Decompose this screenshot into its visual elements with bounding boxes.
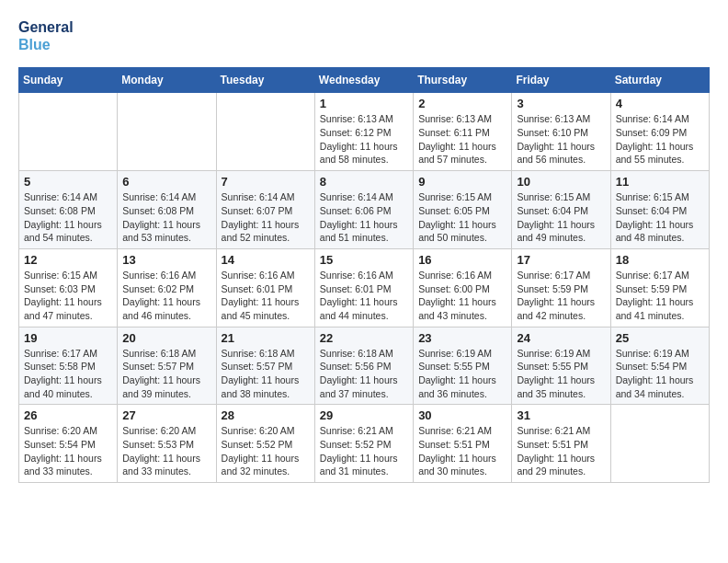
day-info: Sunrise: 6:21 AM Sunset: 5:52 PM Dayligh… — [320, 424, 408, 478]
calendar-cell: 1Sunrise: 6:13 AM Sunset: 6:12 PM Daylig… — [314, 93, 413, 171]
day-info: Sunrise: 6:18 AM Sunset: 5:57 PM Dayligh… — [222, 347, 310, 401]
day-info: Sunrise: 6:14 AM Sunset: 6:08 PM Dayligh… — [24, 190, 112, 245]
day-info: Sunrise: 6:18 AM Sunset: 5:57 PM Dayligh… — [122, 347, 210, 401]
day-number: 22 — [320, 331, 408, 345]
calendar-cell: 16Sunrise: 6:16 AM Sunset: 6:00 PM Dayli… — [414, 248, 512, 327]
weekday-header-friday: Friday — [512, 68, 610, 93]
day-info: Sunrise: 6:17 AM Sunset: 5:59 PM Dayligh… — [517, 269, 605, 323]
day-number: 18 — [616, 253, 704, 267]
calendar-cell: 31Sunrise: 6:21 AM Sunset: 5:51 PM Dayli… — [512, 405, 610, 483]
day-number: 30 — [418, 408, 506, 422]
day-info: Sunrise: 6:13 AM Sunset: 6:11 PM Dayligh… — [418, 112, 506, 167]
day-number: 27 — [122, 408, 210, 422]
day-info: Sunrise: 6:15 AM Sunset: 6:03 PM Dayligh… — [24, 269, 112, 323]
calendar-cell: 23Sunrise: 6:19 AM Sunset: 5:55 PM Dayli… — [414, 327, 512, 405]
day-info: Sunrise: 6:16 AM Sunset: 6:00 PM Dayligh… — [418, 269, 506, 323]
calendar-cell: 14Sunrise: 6:16 AM Sunset: 6:01 PM Dayli… — [216, 248, 314, 327]
logo-blue: Blue — [18, 36, 74, 53]
day-info: Sunrise: 6:17 AM Sunset: 5:58 PM Dayligh… — [24, 347, 112, 401]
day-number: 29 — [320, 408, 408, 422]
day-number: 20 — [122, 331, 210, 345]
day-number: 12 — [24, 253, 112, 267]
day-number: 9 — [418, 175, 506, 189]
calendar-cell: 10Sunrise: 6:15 AM Sunset: 6:04 PM Dayli… — [512, 171, 610, 249]
calendar-cell: 22Sunrise: 6:18 AM Sunset: 5:56 PM Dayli… — [314, 327, 413, 405]
day-info: Sunrise: 6:20 AM Sunset: 5:54 PM Dayligh… — [24, 424, 112, 478]
day-number: 31 — [517, 408, 605, 422]
day-number: 28 — [222, 408, 310, 422]
day-info: Sunrise: 6:16 AM Sunset: 6:01 PM Dayligh… — [222, 269, 310, 323]
day-number: 25 — [616, 331, 704, 345]
day-number: 6 — [122, 175, 210, 189]
calendar-cell: 5Sunrise: 6:14 AM Sunset: 6:08 PM Daylig… — [19, 171, 118, 249]
day-number: 16 — [418, 253, 506, 267]
day-info: Sunrise: 6:13 AM Sunset: 6:12 PM Dayligh… — [320, 112, 408, 167]
calendar-cell: 3Sunrise: 6:13 AM Sunset: 6:10 PM Daylig… — [512, 93, 610, 171]
day-number: 11 — [616, 175, 704, 189]
day-info: Sunrise: 6:15 AM Sunset: 6:04 PM Dayligh… — [616, 190, 704, 245]
calendar-cell: 18Sunrise: 6:17 AM Sunset: 5:59 PM Dayli… — [610, 248, 709, 327]
day-info: Sunrise: 6:14 AM Sunset: 6:08 PM Dayligh… — [122, 190, 210, 245]
calendar-cell — [118, 93, 216, 171]
calendar-week-row: 5Sunrise: 6:14 AM Sunset: 6:08 PM Daylig… — [19, 171, 710, 249]
weekday-header-saturday: Saturday — [610, 68, 709, 93]
calendar-cell: 13Sunrise: 6:16 AM Sunset: 6:02 PM Dayli… — [118, 248, 216, 327]
calendar-cell: 7Sunrise: 6:14 AM Sunset: 6:07 PM Daylig… — [216, 171, 314, 249]
day-info: Sunrise: 6:13 AM Sunset: 6:10 PM Dayligh… — [517, 112, 605, 167]
day-info: Sunrise: 6:14 AM Sunset: 6:07 PM Dayligh… — [222, 190, 310, 245]
calendar-cell: 27Sunrise: 6:20 AM Sunset: 5:53 PM Dayli… — [118, 405, 216, 483]
weekday-header-thursday: Thursday — [414, 68, 512, 93]
calendar-cell: 29Sunrise: 6:21 AM Sunset: 5:52 PM Dayli… — [314, 405, 413, 483]
calendar-week-row: 26Sunrise: 6:20 AM Sunset: 5:54 PM Dayli… — [19, 405, 710, 483]
calendar-cell: 9Sunrise: 6:15 AM Sunset: 6:05 PM Daylig… — [414, 171, 512, 249]
day-number: 3 — [517, 97, 605, 110]
day-number: 23 — [418, 331, 506, 345]
day-info: Sunrise: 6:19 AM Sunset: 5:54 PM Dayligh… — [616, 347, 704, 401]
calendar-week-row: 19Sunrise: 6:17 AM Sunset: 5:58 PM Dayli… — [19, 327, 710, 405]
calendar-cell: 19Sunrise: 6:17 AM Sunset: 5:58 PM Dayli… — [19, 327, 118, 405]
day-info: Sunrise: 6:16 AM Sunset: 6:02 PM Dayligh… — [122, 269, 210, 323]
calendar-table: SundayMondayTuesdayWednesdayThursdayFrid… — [18, 67, 710, 483]
calendar-cell: 17Sunrise: 6:17 AM Sunset: 5:59 PM Dayli… — [512, 248, 610, 327]
calendar-cell — [216, 93, 314, 171]
day-number: 2 — [418, 97, 506, 110]
day-number: 7 — [222, 175, 310, 189]
day-number: 21 — [222, 331, 310, 345]
calendar-cell: 24Sunrise: 6:19 AM Sunset: 5:55 PM Dayli… — [512, 327, 610, 405]
logo-general: General — [18, 18, 74, 36]
day-info: Sunrise: 6:18 AM Sunset: 5:56 PM Dayligh… — [320, 347, 408, 401]
calendar-cell: 25Sunrise: 6:19 AM Sunset: 5:54 PM Dayli… — [610, 327, 709, 405]
day-info: Sunrise: 6:21 AM Sunset: 5:51 PM Dayligh… — [418, 424, 506, 478]
calendar-cell: 21Sunrise: 6:18 AM Sunset: 5:57 PM Dayli… — [216, 327, 314, 405]
day-number: 8 — [320, 175, 408, 189]
day-info: Sunrise: 6:15 AM Sunset: 6:04 PM Dayligh… — [517, 190, 605, 245]
day-number: 13 — [122, 253, 210, 267]
day-number: 24 — [517, 331, 605, 345]
day-number: 5 — [24, 175, 112, 189]
calendar-cell: 26Sunrise: 6:20 AM Sunset: 5:54 PM Dayli… — [19, 405, 118, 483]
day-info: Sunrise: 6:14 AM Sunset: 6:06 PM Dayligh… — [320, 190, 408, 245]
day-info: Sunrise: 6:20 AM Sunset: 5:52 PM Dayligh… — [222, 424, 310, 478]
weekday-header-tuesday: Tuesday — [216, 68, 314, 93]
day-number: 4 — [616, 97, 704, 110]
page-header: General Blue General Blue — [18, 18, 710, 53]
day-number: 17 — [517, 253, 605, 267]
day-info: Sunrise: 6:16 AM Sunset: 6:01 PM Dayligh… — [320, 269, 408, 323]
day-info: Sunrise: 6:14 AM Sunset: 6:09 PM Dayligh… — [616, 112, 704, 167]
calendar-cell: 30Sunrise: 6:21 AM Sunset: 5:51 PM Dayli… — [414, 405, 512, 483]
calendar-cell: 4Sunrise: 6:14 AM Sunset: 6:09 PM Daylig… — [610, 93, 709, 171]
day-number: 10 — [517, 175, 605, 189]
calendar-week-row: 1Sunrise: 6:13 AM Sunset: 6:12 PM Daylig… — [19, 93, 710, 171]
day-number: 14 — [222, 253, 310, 267]
weekday-header-sunday: Sunday — [19, 68, 118, 93]
day-info: Sunrise: 6:19 AM Sunset: 5:55 PM Dayligh… — [517, 347, 605, 401]
calendar-cell — [610, 405, 709, 483]
weekday-header-wednesday: Wednesday — [314, 68, 413, 93]
day-number: 19 — [24, 331, 112, 345]
day-info: Sunrise: 6:15 AM Sunset: 6:05 PM Dayligh… — [418, 190, 506, 245]
day-info: Sunrise: 6:19 AM Sunset: 5:55 PM Dayligh… — [418, 347, 506, 401]
day-info: Sunrise: 6:17 AM Sunset: 5:59 PM Dayligh… — [616, 269, 704, 323]
logo: General Blue General Blue — [18, 18, 74, 53]
calendar-cell: 28Sunrise: 6:20 AM Sunset: 5:52 PM Dayli… — [216, 405, 314, 483]
day-number: 26 — [24, 408, 112, 422]
